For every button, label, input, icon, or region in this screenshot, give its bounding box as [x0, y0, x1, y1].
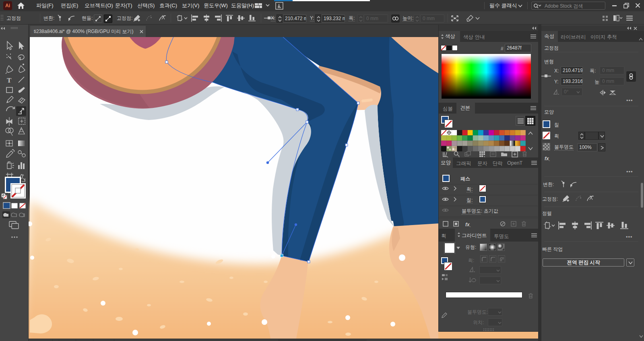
svg-text:T: T: [7, 76, 12, 84]
